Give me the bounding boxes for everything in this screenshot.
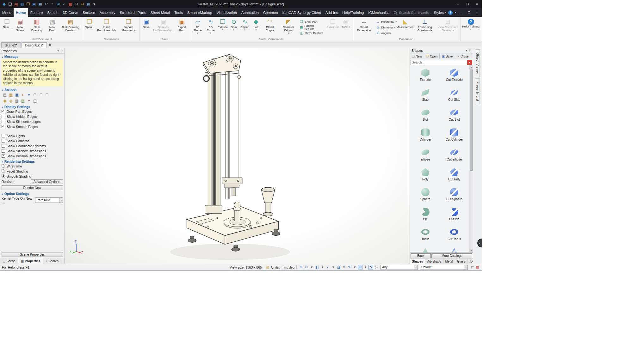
render-now-button[interactable]: Render Now (2, 185, 63, 190)
save-as-part-assembly-button[interactable]: ▣Save As Part/Assembly... (152, 17, 175, 37)
checkbox-show-position-dimensions[interactable]: Show Position Dimensions (2, 154, 63, 159)
angular-dimension-button[interactable]: ∠Angular (375, 30, 397, 36)
styles-menu[interactable]: Styles ▾ (434, 11, 446, 15)
clipboard-icon[interactable]: ▩ (67, 1, 73, 7)
checkbox-show-lights[interactable]: Show Lights (2, 133, 63, 138)
scroll-up-icon[interactable]: ▲ (469, 65, 473, 69)
shell-part-button[interactable]: ❏Shell Part (299, 19, 325, 24)
command-search-input[interactable]: Search Commands... (399, 11, 431, 15)
section-header-rendering-settings[interactable]: Rendering Settings (0, 159, 65, 164)
catalog-collapse-icon[interactable]: ▾ (466, 49, 467, 52)
catalog-item-pie[interactable]: Pie (411, 206, 440, 226)
new-drawing-button[interactable]: ▥New Drawing (28, 17, 46, 37)
ribbon-options-caret-icon[interactable]: ▾ (455, 11, 456, 14)
catalog-item-cut-cylinder[interactable]: Cut Cylinder (440, 126, 469, 146)
catalog-tab-glass[interactable]: Glass (455, 259, 467, 264)
viewport-3d[interactable]: Z x y (65, 48, 410, 264)
catalog-close-button[interactable]: ✕Close (455, 54, 471, 59)
minimize-button[interactable]: ─ (453, 0, 463, 8)
save-icon[interactable]: ▣ (31, 1, 37, 7)
advanced-options-button[interactable]: Advanced Options (31, 179, 63, 184)
open-button[interactable]: ❒Open... (84, 17, 95, 37)
checkbox-show-smooth-edges[interactable]: Show Smooth Edges (2, 124, 63, 129)
action-edit-properties-icon[interactable]: ▤ (2, 92, 8, 98)
catalog-item-extrude[interactable]: Extrude (411, 67, 440, 87)
side-tab-property-list[interactable]: Property List (475, 78, 480, 105)
blend-edges-button[interactable]: ◠Blend Edges (262, 17, 278, 37)
triball-button[interactable]: ◉TriBall (340, 17, 351, 37)
mdi-close-button[interactable]: ✕ (474, 10, 480, 15)
action-grid-icon[interactable]: ⊟ (38, 92, 44, 98)
menu-tab-icmechanical[interactable]: ICMechanical (366, 8, 393, 17)
catalog-item-cut-ellipse[interactable]: Cut Ellipse (440, 146, 469, 166)
panel-tab-properties[interactable]: ▦Properties (18, 258, 43, 264)
menu-tab-structured-parts[interactable]: Structured Parts (118, 8, 148, 17)
mdi-minimize-button[interactable]: ─ (458, 10, 464, 15)
catalog-back-button[interactable]: Back (411, 253, 431, 258)
section-header-option-settings[interactable]: Option Settings (0, 191, 65, 196)
menu-tab-help-training[interactable]: Help/Training (340, 8, 366, 17)
zoom-caret-icon[interactable]: ▾ (309, 265, 314, 270)
toolbar-more-icon[interactable]: ▾ (91, 1, 97, 7)
pointer-mode-icon[interactable]: ▷ (374, 265, 379, 270)
display-caret-icon[interactable]: ▾ (320, 265, 325, 270)
new-draft-button[interactable]: ▧New Draft (46, 17, 59, 37)
catalog-item-sphere[interactable]: Sphere (411, 186, 440, 206)
save-all-icon[interactable]: ▦ (37, 1, 43, 7)
menu-tab-sheet-metal[interactable]: Sheet Metal (148, 8, 172, 17)
maximize-button[interactable]: ❐ (463, 0, 472, 8)
view-constraint-relations-button[interactable]: ⊞View Constraint Relations (436, 17, 459, 37)
chamfer-edges-button[interactable]: ◤Chamfer Edges▾ (278, 17, 298, 37)
catalog-open-button[interactable]: ❒Open (424, 54, 440, 59)
sweep-button[interactable]: ∿Sweep▾ (239, 17, 250, 37)
catalog-item-cut-torus[interactable]: Cut Torus (440, 226, 469, 246)
menu-tab-tools[interactable]: Tools (172, 8, 185, 17)
document-tab-design6[interactable]: Design6.ics* (22, 42, 47, 48)
action-background-icon[interactable]: ⊞ (32, 92, 38, 98)
action-window-icon[interactable]: ⊡ (44, 92, 50, 98)
table-icon[interactable]: ▦ (85, 1, 91, 7)
spin-button[interactable]: ⊙Spin▾ (228, 17, 239, 37)
mirror-feature-button[interactable]: ◫Mirror Feature (299, 30, 325, 36)
panel-popout-handle[interactable]: ‹ (477, 239, 482, 247)
checkbox-show-silhouette-edges[interactable]: Show Silhouette edges (2, 119, 63, 124)
catalog-new-button[interactable]: ❏New (410, 54, 424, 59)
action-render-icon[interactable]: ▣ (14, 92, 20, 98)
catalog-item-slab[interactable]: Slab (411, 87, 440, 106)
close-button[interactable]: ✕ (472, 0, 482, 8)
screenshot-icon[interactable]: ⊡ (73, 1, 79, 7)
menu-tab-annotation[interactable]: Annotation (239, 8, 261, 17)
menu-tab-sketch[interactable]: Sketch (45, 8, 60, 17)
bulk-drawing-creation-button[interactable]: ▨Bulk Drawing Creation (59, 17, 82, 37)
radio-facet-shading[interactable]: Facet Shading (2, 169, 63, 174)
app-logo-icon[interactable]: ◆ (1, 1, 7, 7)
redo-icon[interactable]: ↷ (49, 1, 55, 7)
catalog-item-cut-slot[interactable]: Cut Slot (440, 106, 469, 126)
action-pan-icon[interactable]: ◎ (8, 98, 14, 104)
zoom-window-icon[interactable]: ⊕ (299, 265, 303, 270)
menu-tab-assembly[interactable]: Assembly (97, 8, 118, 17)
menu-tab-feature[interactable]: Feature (28, 8, 45, 17)
action-zoom-icon[interactable]: ▩ (14, 98, 20, 104)
new-scene-button[interactable]: ▤New Scene (13, 17, 28, 37)
pattern-feature-button[interactable]: ▦Pattern Feature (299, 25, 325, 30)
side-tab-object-viewer[interactable]: Object Viewer (475, 49, 480, 77)
catalog-scrollbar[interactable]: ▲ ▼ (469, 65, 473, 252)
action-axis-icon[interactable]: + (26, 98, 32, 104)
diameter-dimension-button[interactable]: ⌀Diameter▾ (375, 25, 397, 30)
catalog-item-ellipse[interactable]: Ellipse (411, 146, 440, 166)
radio-wireframe[interactable]: Wireframe (2, 164, 63, 169)
catalog-search-input[interactable] (411, 60, 467, 65)
camera-views-icon[interactable]: ◐ (325, 265, 330, 270)
catalog-save-button[interactable]: ▣Save (440, 54, 455, 59)
zoom-icon[interactable]: ⊙ (304, 265, 309, 270)
scroll-down-icon[interactable]: ▼ (469, 249, 473, 252)
tools-icon[interactable]: ⊟ (79, 1, 85, 7)
panel-tab-scene[interactable]: ▤Scene (0, 258, 18, 264)
section-header-display-settings[interactable]: Display Settings (0, 104, 65, 109)
action-lights-icon[interactable]: ◐ (20, 92, 26, 98)
menu-tab-home[interactable]: Home (14, 8, 28, 17)
action-camera-icon[interactable]: ▼ (26, 92, 32, 98)
checkbox-show-coordinate-systems[interactable]: Show Coordinate Systems (2, 143, 63, 149)
kernel-type-dropdown[interactable]: Parasolid ▾ (35, 197, 63, 203)
